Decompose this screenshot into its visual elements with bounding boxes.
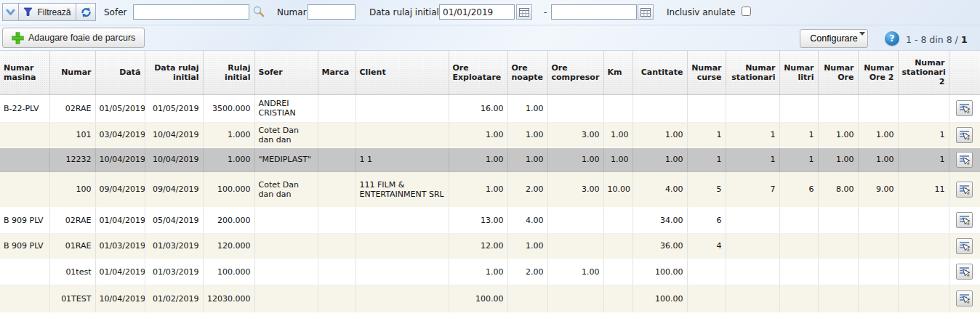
table-header-row: Numar masinaNumarDatăData rulaj initialR… — [0, 51, 980, 94]
cell: 1 — [687, 122, 726, 147]
cell — [0, 171, 49, 207]
cell — [726, 94, 779, 122]
filter-dropdown-button[interactable] — [2, 3, 19, 21]
cell: 8.00 — [818, 171, 858, 207]
open-record-button[interactable] — [956, 182, 973, 198]
help-icon[interactable]: ? — [885, 31, 899, 46]
cell — [898, 94, 949, 122]
cell — [726, 207, 779, 233]
cell: 1.00 — [449, 259, 507, 285]
column-header-numar-curse[interactable]: Numar curse — [687, 51, 726, 94]
row-actions-cell — [949, 122, 980, 147]
cell — [687, 94, 726, 122]
column-header-km[interactable]: Km — [603, 51, 632, 94]
column-header-numar-masina[interactable]: Numar masina — [0, 51, 49, 94]
table-row[interactable]: B 909 PLV01RAE01/03/201901/03/2019120.00… — [0, 233, 980, 259]
cell: 16.00 — [449, 94, 507, 122]
open-record-button[interactable] — [956, 238, 973, 254]
configure-button[interactable]: Configurare — [800, 29, 868, 48]
cell: "MEDIPLAST" — [254, 147, 318, 171]
table-row[interactable]: 10009/04/201909/04/2019100.000Cotet Dan … — [0, 171, 980, 207]
cell — [0, 259, 49, 285]
cell: 02RAE — [49, 207, 95, 233]
cell: 01/04/2019 — [95, 259, 145, 285]
add-waybill-button-label: Adaugare foaie de parcurs — [28, 33, 135, 43]
hand-pointer-icon — [959, 266, 970, 277]
cell — [547, 285, 603, 312]
pagination-current-page: 1 — [961, 34, 968, 45]
open-record-button[interactable] — [956, 152, 973, 168]
cell: 1.00 — [632, 122, 687, 147]
cell: 01/05/2019 — [95, 94, 145, 122]
open-record-button[interactable] — [956, 127, 973, 143]
table-row[interactable]: 01TEST10/04/201901/02/201912030.000100.0… — [0, 285, 980, 312]
cell: 1.00 — [449, 147, 507, 171]
column-header-numar-stationari-2[interactable]: Numar stationari 2 — [898, 51, 949, 94]
open-record-button[interactable] — [956, 264, 973, 280]
cell — [318, 233, 356, 259]
cell — [779, 259, 818, 285]
filter-button[interactable]: Filtrează — [18, 3, 76, 21]
refresh-button[interactable] — [76, 3, 96, 21]
column-header-cantitate[interactable]: Cantitate — [632, 51, 687, 94]
open-record-button[interactable] — [956, 290, 973, 306]
column-header-numar[interactable]: Numar — [49, 51, 95, 94]
filter-funnel-icon — [23, 7, 33, 17]
table-row[interactable]: 10103/04/201910/04/20191.000Cotet Dan da… — [0, 122, 980, 147]
column-header-client[interactable]: Client — [356, 51, 449, 94]
cell — [547, 207, 603, 233]
column-header-numar-ore[interactable]: Numar Ore — [818, 51, 858, 94]
table-row[interactable]: B-22-PLV02RAE01/05/201901/05/20193500.00… — [0, 94, 980, 122]
cell: 9.00 — [858, 171, 898, 207]
inclusiv-anulate-checkbox[interactable] — [742, 7, 751, 16]
table-row[interactable]: B 909 PLV02RAE01/04/201905/04/2019200.00… — [0, 207, 980, 233]
date-to-calendar-button[interactable] — [638, 4, 654, 20]
column-header-actions[interactable] — [949, 51, 980, 94]
cell: 4.00 — [507, 207, 547, 233]
table-row[interactable]: 1223210/04/201910/04/20191.000"MEDIPLAST… — [0, 147, 980, 171]
column-header-numar-stationari[interactable]: Numar stationari — [726, 51, 779, 94]
numar-input[interactable] — [308, 4, 356, 20]
column-header-sofer[interactable]: Sofer — [254, 51, 318, 94]
row-actions-cell — [949, 171, 980, 207]
cell — [356, 122, 449, 147]
open-record-button[interactable] — [956, 100, 973, 116]
column-header-rulaj-initial[interactable]: Rulaj initial — [203, 51, 254, 94]
cell: 1.00 — [818, 147, 858, 171]
cell — [858, 233, 898, 259]
cell: 1.00 — [507, 122, 547, 147]
cell — [603, 94, 632, 122]
cell: 120.000 — [203, 233, 254, 259]
refresh-icon — [80, 7, 92, 18]
sofer-input[interactable] — [133, 4, 249, 20]
cell: B-22-PLV — [0, 94, 49, 122]
hand-pointer-icon — [959, 154, 970, 166]
column-header-ore-exploatare[interactable]: Ore Exploatare — [449, 51, 507, 94]
column-header-numar-ore-2[interactable]: Numar Ore 2 — [858, 51, 898, 94]
column-header-ore-compresor[interactable]: Ore compresor — [547, 51, 603, 94]
cell: 01/04/2019 — [95, 207, 145, 233]
cell — [858, 285, 898, 312]
cell: 1 — [726, 122, 779, 147]
cell: 5 — [687, 171, 726, 207]
row-actions-cell — [949, 147, 980, 171]
add-waybill-button[interactable]: Adaugare foaie de parcurs — [2, 28, 145, 48]
cell — [356, 259, 449, 285]
open-record-button[interactable] — [956, 212, 973, 228]
column-header-marca[interactable]: Marca — [318, 51, 356, 94]
column-header-data-rulaj-initial[interactable]: Data rulaj initial — [145, 51, 203, 94]
search-icon[interactable] — [252, 5, 265, 18]
cell — [726, 259, 779, 285]
cell: 12232 — [49, 147, 95, 171]
cell: 1.00 — [632, 147, 687, 171]
column-header-dată[interactable]: Dată — [95, 51, 145, 94]
date-to-input[interactable] — [551, 4, 637, 20]
date-from-input[interactable] — [439, 4, 515, 20]
table-row[interactable]: 01test01/04/201901/03/2019100.0001.002.0… — [0, 259, 980, 285]
date-from-calendar-button[interactable] — [516, 4, 532, 20]
cell — [779, 233, 818, 259]
cell — [779, 94, 818, 122]
column-header-ore-noapte[interactable]: Ore noapte — [507, 51, 547, 94]
column-header-numar-litri[interactable]: Numar litri — [779, 51, 818, 94]
hand-pointer-icon — [959, 240, 970, 252]
